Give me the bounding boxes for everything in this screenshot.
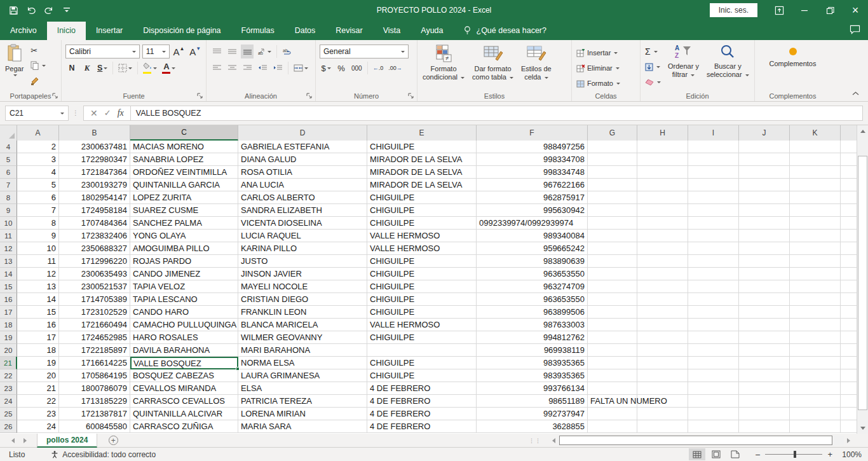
customize-qat-icon[interactable] (58, 2, 75, 18)
cell-A26[interactable]: 24 (17, 420, 59, 433)
row-header-16[interactable]: 16 (0, 293, 17, 306)
cell-J10[interactable] (739, 217, 790, 230)
cell-D12[interactable]: KARINA PILLO (238, 242, 367, 255)
cell-B7[interactable]: 2300193279 (59, 179, 130, 191)
cell-I24[interactable] (688, 395, 739, 408)
cell-B21[interactable]: 1716614225 (59, 357, 130, 369)
cell-H22[interactable] (637, 369, 688, 382)
cell-I6[interactable] (688, 166, 739, 179)
cell-F23[interactable]: 993766134 (477, 382, 588, 395)
cell-E14[interactable]: CHIGUILPE (367, 268, 477, 280)
cell-D13[interactable]: JUSTO (238, 255, 367, 268)
cell-F15[interactable]: 963274709 (477, 280, 588, 293)
font-dialog-launcher[interactable] (197, 93, 203, 99)
cell-C12[interactable]: AMOGUIMBA PILLO (130, 242, 238, 255)
prev-sheet-icon[interactable] (9, 438, 15, 443)
cell-D23[interactable]: ELSA (238, 382, 367, 395)
cell-D25[interactable]: LORENA MIRIAN (238, 408, 367, 420)
cell-H23[interactable] (637, 382, 688, 395)
cell-B10[interactable]: 1707484364 (59, 217, 130, 230)
zoom-out-icon[interactable]: − (755, 450, 760, 460)
cell-H13[interactable] (637, 255, 688, 268)
cell-B9[interactable]: 1724958184 (59, 204, 130, 217)
new-sheet-button[interactable]: + (106, 434, 120, 448)
zoom-slider[interactable] (765, 454, 822, 455)
cell-G12[interactable] (588, 242, 637, 255)
underline-button[interactable]: S (96, 61, 109, 75)
cell-I22[interactable] (688, 369, 739, 382)
cell-E13[interactable]: CHIGUILPE (367, 255, 477, 268)
cell-I10[interactable] (688, 217, 739, 230)
cell-B14[interactable]: 2300635493 (59, 268, 130, 280)
cell-F17[interactable]: 963899506 (477, 306, 588, 319)
cell-D7[interactable]: ANA LUCIA (238, 179, 367, 191)
cell-E6[interactable]: MIRADOR DE LA SELVA (367, 166, 477, 179)
name-box[interactable]: C21 (5, 106, 69, 121)
cell-J24[interactable] (739, 395, 790, 408)
scroll-up-icon[interactable] (857, 125, 868, 137)
cell-J5[interactable] (739, 153, 790, 166)
cell-B8[interactable]: 1802954147 (59, 191, 130, 204)
cell-E23[interactable]: 4 DE FEBRERO (367, 382, 477, 395)
cell-H19[interactable] (637, 331, 688, 344)
cell-G14[interactable] (588, 268, 637, 280)
cell-H20[interactable] (637, 344, 688, 357)
conditional-formatting-button[interactable]: ≠ Formatocondicional (419, 42, 468, 88)
cell-J9[interactable] (739, 204, 790, 217)
cell-A23[interactable]: 21 (17, 382, 59, 395)
cell-C10[interactable]: SANCHEZ PALMA (130, 217, 238, 230)
cell-K19[interactable] (790, 331, 841, 344)
cancel-entry-icon[interactable]: ✕ (90, 108, 98, 118)
cell-J16[interactable] (739, 293, 790, 306)
hscroll-splitter[interactable]: ⋮⋮ (529, 437, 541, 444)
cell-C20[interactable]: DAVILA BARAHONA (130, 344, 238, 357)
cell-J15[interactable] (739, 280, 790, 293)
cell-G26[interactable] (588, 420, 637, 433)
wrap-text-button[interactable]: ab (281, 45, 294, 58)
cell-F19[interactable]: 994812762 (477, 331, 588, 344)
cell-H8[interactable] (637, 191, 688, 204)
cell-D14[interactable]: JINSON JAVIER (238, 268, 367, 280)
cell-D26[interactable]: MARIA SARA (238, 420, 367, 433)
horizontal-scroll-thumb[interactable] (559, 436, 832, 445)
cell-I5[interactable] (688, 153, 739, 166)
row-header-18[interactable]: 18 (0, 319, 17, 331)
cell-G16[interactable] (588, 293, 637, 306)
fill-button[interactable] (643, 60, 663, 74)
tab-revisar[interactable]: Revisar (325, 22, 372, 40)
row-header-22[interactable]: 22 (0, 369, 17, 382)
cell-C5[interactable]: SANABRIA LOPEZ (130, 153, 238, 166)
formula-bar-splitter[interactable]: ⋮ (69, 109, 83, 116)
cell-I26[interactable] (688, 420, 739, 433)
cell-G24[interactable]: FALTA UN NUMERO (588, 395, 637, 408)
accounting-format-button[interactable]: $ (320, 61, 332, 75)
cell-E15[interactable]: CHIGUILPE (367, 280, 477, 293)
row-header-11[interactable]: 11 (0, 230, 17, 242)
cell-C22[interactable]: BOSQUEZ CABEZAS (130, 369, 238, 382)
cell-A24[interactable]: 22 (17, 395, 59, 408)
cell-G8[interactable] (588, 191, 637, 204)
cell-I15[interactable] (688, 280, 739, 293)
tab-datos[interactable]: Datos (285, 22, 326, 40)
cell-I20[interactable] (688, 344, 739, 357)
cell-E20[interactable] (367, 344, 477, 357)
vertical-scrollbar[interactable] (857, 125, 868, 434)
cell-D8[interactable]: CARLOS ALBERTO (238, 191, 367, 204)
cell-H10[interactable] (637, 217, 688, 230)
zoom-slider-thumb[interactable] (794, 451, 796, 458)
cell-D21[interactable]: NORMA ELSA (238, 357, 367, 369)
cell-E11[interactable]: VALLE HERMOSO (367, 230, 477, 242)
cell-F22[interactable]: 983935365 (477, 369, 588, 382)
cell-G11[interactable] (588, 230, 637, 242)
cell-B18[interactable]: 1721660494 (59, 319, 130, 331)
restore-button[interactable] (817, 0, 843, 20)
cell-G7[interactable] (588, 179, 637, 191)
cell-J12[interactable] (739, 242, 790, 255)
column-header-C[interactable]: C (130, 125, 238, 141)
cell-G13[interactable] (588, 255, 637, 268)
cell-A5[interactable]: 3 (17, 153, 59, 166)
column-header-D[interactable]: D (238, 125, 367, 141)
cell-A6[interactable]: 4 (17, 166, 59, 179)
cell-A8[interactable]: 6 (17, 191, 59, 204)
row-header-10[interactable]: 10 (0, 217, 17, 230)
